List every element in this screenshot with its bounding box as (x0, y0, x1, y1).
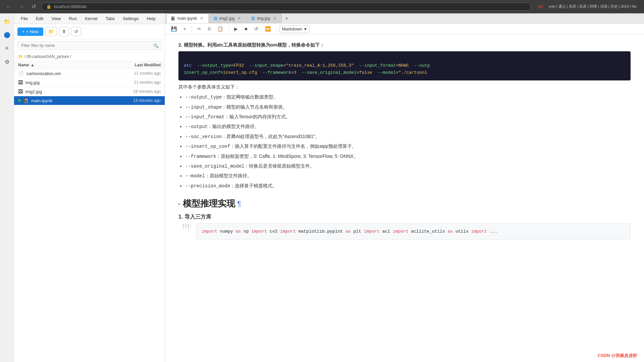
list-item: --input_format：输入Tensor的内存排列方式。 (185, 113, 631, 121)
pilcrow-icon: ¶ (237, 199, 241, 208)
toolbar-separator (276, 25, 276, 32)
toolbar-separator (228, 25, 229, 32)
file-icon: 🖼 (18, 89, 23, 94)
search-input[interactable] (17, 41, 161, 50)
cut-button[interactable]: ✂ (195, 25, 204, 33)
forward-button[interactable]: → (17, 2, 26, 11)
file-icon: 📄 (18, 71, 24, 76)
cell-content: import numpy as np import cv2 import mat… (196, 223, 631, 240)
file-date: 11 months ago (110, 71, 161, 76)
col-name-header: Name ▲ (18, 63, 110, 67)
csdn-indicator: AD (538, 4, 543, 9)
file-search-area: 🔍 (14, 39, 165, 52)
refresh-button[interactable]: ↺ (30, 2, 38, 11)
new-button[interactable]: + + New (17, 27, 43, 36)
notebook-container: 📓 main.ipynb ✕ 🖼 img2.jpg ✕ 🖼 img.jpg ✕ … (165, 13, 644, 362)
active-indicator (18, 99, 21, 102)
paste-button[interactable]: 📋 (215, 25, 226, 33)
file-name: img2.jpg (25, 89, 110, 94)
list-item[interactable]: 🖼 img.jpg 11 months ago (14, 78, 165, 87)
list-item: --soc_version：昇腾AI处理器型号，此处为"Ascend310B1"… (185, 133, 631, 140)
tab-close-button[interactable]: ✕ (236, 16, 242, 21)
folder-button[interactable]: 📁 (45, 27, 57, 36)
file-browser-panel: File Edit View Run Kernel Tabs Settings … (14, 13, 165, 362)
list-item: --precision_mode：选择算子精度模式。 (185, 182, 631, 190)
stop-button[interactable]: ■ (242, 25, 250, 33)
menu-edit[interactable]: Edit (33, 15, 47, 22)
upload-button[interactable]: ⬆ (59, 27, 69, 36)
collapse-icon[interactable]: ▸ (178, 201, 181, 206)
list-item: --insert_op_conf：插入算子的配置文件路径与文件名，例如aipp预… (185, 142, 631, 150)
subsection-import: 1. 导入三方库 (178, 214, 631, 221)
add-tab-button[interactable]: + (282, 14, 291, 23)
col-date-header: Last Modified (110, 63, 161, 67)
menu-settings[interactable]: Settings (119, 15, 142, 22)
inference-section-title: 模型推理实现 (183, 198, 235, 209)
list-item: --model：原始模型文件路径。 (185, 172, 631, 180)
add-cell-button[interactable]: + (181, 25, 189, 33)
copy-button[interactable]: ⎘ (205, 25, 213, 33)
notebook-toolbar: 💾 + ✂ ⎘ 📋 ▶ ■ ↺ ⏩ Markdown ▾ (165, 23, 644, 35)
plus-icon: + (22, 29, 25, 34)
list-item: --output_type：指定网络输出数据类型。 (185, 93, 631, 101)
file-icon: 🖼 (18, 80, 23, 85)
url-text: localhost:8888/lab (54, 4, 87, 9)
code-cell-1: [1]: import numpy as np import cv2 impor… (178, 223, 631, 240)
file-list-header: Name ▲ Last Modified (14, 61, 165, 69)
file-date: 19 minutes ago (110, 89, 161, 94)
extra-icons: yolo | 通义 | 风景 | 风景 | 哔哩 | 泪滴 | 历史 | 202… (549, 4, 637, 9)
list-item: --save_original_model：转换后是否保留原始模型文件。 (185, 162, 631, 170)
menu-run[interactable]: Run (65, 15, 80, 22)
list-item: --input_shape：模型的输入节点名称和形状。 (185, 103, 631, 111)
run-button[interactable]: ▶ (231, 25, 240, 33)
breadcrumb: 📁 / 05-cartoonGAN_picture / (14, 52, 165, 61)
sidebar-running-icon[interactable]: 🔵 (2, 29, 12, 40)
search-icon: 🔍 (153, 43, 159, 48)
notebook-content: 2. 模型转换。利用atc工具将原始模型转换为om模型，转换命令如下： atc … (165, 35, 644, 362)
watermark: CSDN @张振皮皮虾 (598, 353, 637, 359)
tab-icon: 🖼 (251, 16, 255, 20)
params-intro: 其中各个参数具体含义如下： (178, 83, 631, 90)
cell-type-dropdown[interactable]: Markdown ▾ (279, 25, 310, 33)
tab-img-jpg[interactable]: 🖼 img.jpg ✕ (247, 13, 282, 23)
sidebar-menu-icon[interactable]: ≡ (2, 43, 12, 54)
menu-help[interactable]: Help (143, 15, 159, 22)
browser-actions: AD yolo | 通义 | 风景 | 风景 | 哔哩 | 泪滴 | 历史 | … (534, 4, 640, 9)
menu-view[interactable]: View (48, 15, 64, 22)
tab-label: main.ipynb (177, 16, 197, 21)
sidebar-settings-icon[interactable]: ⚙ (2, 56, 12, 67)
file-name: cartoonization.om (26, 71, 110, 76)
address-bar[interactable]: 🔒 localhost:8888/lab (41, 3, 531, 11)
restart-button[interactable]: ↺ (252, 25, 261, 33)
code-block: import numpy as np import cv2 import mat… (196, 223, 631, 240)
list-item: --framework：原始框架类型，0: Caffe, 1: MindSpor… (185, 153, 631, 160)
menu-file[interactable]: File (17, 15, 31, 22)
file-date: 11 months ago (110, 80, 161, 85)
menu-tabs[interactable]: Tabs (102, 15, 118, 22)
toolbar-separator (192, 25, 192, 32)
list-item-active[interactable]: 📓 main.ipynb 13 minutes ago (14, 96, 165, 105)
file-date: 13 minutes ago (110, 98, 161, 103)
atc-command-block: atc --output_type=FP32 --input_shape="tr… (178, 51, 631, 80)
tab-label: img2.jpg (219, 16, 234, 21)
refresh-files-button[interactable]: ↺ (71, 27, 81, 36)
menu-kernel[interactable]: Kernel (82, 15, 101, 22)
file-list: 📄 cartoonization.om 11 months ago 🖼 img.… (14, 69, 165, 362)
tab-close-button[interactable]: ✕ (199, 16, 204, 21)
tab-close-button[interactable]: ✕ (272, 16, 277, 21)
sidebar-files-icon[interactable]: 📁 (2, 16, 12, 27)
file-name: main.ipynb (31, 98, 110, 103)
browser-chrome: ← → ↺ 🔒 localhost:8888/lab AD yolo | 通义 … (0, 0, 644, 13)
fast-forward-button[interactable]: ⏩ (262, 25, 273, 33)
list-item[interactable]: 🖼 img2.jpg 19 minutes ago (14, 87, 165, 96)
back-button[interactable]: ← (4, 2, 13, 11)
file-icon: 📓 (23, 98, 29, 103)
app-container: 📁 🔵 ≡ ⚙ File Edit View Run Kernel Tabs S… (0, 13, 644, 362)
sidebar-icon-strip: 📁 🔵 ≡ ⚙ (0, 13, 14, 362)
save-button[interactable]: 💾 (168, 25, 179, 33)
tab-icon: 📓 (171, 16, 175, 21)
tab-img2-jpg[interactable]: 🖼 img2.jpg ✕ (209, 13, 246, 23)
tab-main-ipynb[interactable]: 📓 main.ipynb ✕ (166, 13, 209, 23)
folder-icon: 📁 (18, 54, 23, 59)
list-item[interactable]: 📄 cartoonization.om 11 months ago (14, 69, 165, 78)
